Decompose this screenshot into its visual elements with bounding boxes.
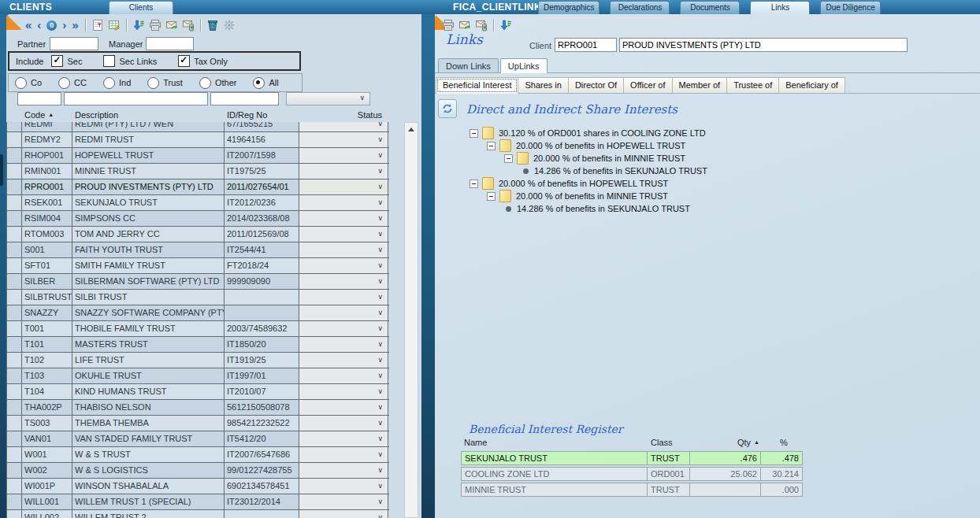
collapse-icon[interactable] xyxy=(487,192,496,201)
top-tab[interactable]: Declarations xyxy=(610,1,670,14)
row-selector-cell[interactable] xyxy=(6,164,22,179)
link-type-tab[interactable]: Beneficiary of xyxy=(778,77,845,93)
status-dropdown[interactable] xyxy=(299,179,388,194)
row-selector-cell[interactable] xyxy=(6,148,22,163)
link-type-tab[interactable]: Director Of xyxy=(568,77,624,93)
status-dropdown[interactable] xyxy=(299,122,388,131)
top-tab[interactable]: Documents xyxy=(680,1,740,14)
row-selector-cell[interactable] xyxy=(6,337,22,352)
row-selector-cell[interactable] xyxy=(6,353,22,368)
type-filter-option[interactable]: All xyxy=(253,77,278,89)
table-row[interactable]: T102 LIFE TRUST IT1919/25 xyxy=(6,353,389,368)
checkbox[interactable] xyxy=(103,55,115,67)
status-dropdown[interactable] xyxy=(299,337,388,352)
type-filter-option[interactable]: Ind xyxy=(103,77,131,89)
table-row[interactable]: WILL002 WILLEM TRUST 2 xyxy=(6,510,389,518)
filter-form-button[interactable] xyxy=(91,18,105,32)
row-selector-cell[interactable] xyxy=(6,384,22,399)
table-row[interactable]: T101 MASTERS TRUST IT1850/20 xyxy=(6,337,389,353)
table-row[interactable]: VAN01 VAN STADED FAMILY TRUST IT5412/20 xyxy=(6,431,389,447)
nav-next-button[interactable]: › xyxy=(61,18,68,32)
status-dropdown[interactable] xyxy=(299,416,388,431)
table-row[interactable]: REDMY2 REDMI TRUST 41964156 xyxy=(6,132,389,148)
row-selector-cell[interactable] xyxy=(6,132,22,147)
row-selector-cell[interactable] xyxy=(6,211,22,226)
table-row[interactable]: S001 FAITH YOUTH TRUST IT2544/41 xyxy=(6,242,389,258)
code-filter-input[interactable] xyxy=(17,92,61,105)
status-dropdown[interactable] xyxy=(299,258,388,273)
row-selector-cell[interactable] xyxy=(6,510,22,518)
idreg-filter-input[interactable] xyxy=(210,92,279,105)
type-filter-option[interactable]: CC xyxy=(58,77,87,89)
checkbox[interactable] xyxy=(178,55,190,67)
checkbox[interactable] xyxy=(51,55,63,67)
register-row[interactable]: COOLING ZONE LTD ORD001 25.062 30.214 xyxy=(461,467,805,481)
status-dropdown[interactable] xyxy=(299,290,388,305)
tree-node[interactable]: 20.000 % of benefits in MINNIE TRUST xyxy=(487,190,707,202)
row-selector-cell[interactable] xyxy=(6,494,22,509)
mail-receive-button[interactable] xyxy=(458,18,472,32)
type-filter-option[interactable]: Trust xyxy=(147,77,183,89)
table-row[interactable]: WI001P WINSON TSHABALALA 6902134578451 xyxy=(6,479,389,494)
include-option[interactable]: Tax Only xyxy=(178,55,228,67)
table-row[interactable]: W002 W & S LOGISTICS 99/01227428755 xyxy=(6,463,389,479)
status-dropdown[interactable] xyxy=(299,447,388,462)
nav-last-button[interactable]: » xyxy=(70,18,80,32)
tab-clients[interactable]: Clients xyxy=(109,1,173,14)
table-row[interactable]: SILBTRUST SILBI TRUST xyxy=(6,290,389,305)
table-row[interactable]: TS003 THEMBA THEMBA 9854212232522 xyxy=(6,416,389,431)
vertical-scrollbar[interactable] xyxy=(404,122,418,518)
table-row[interactable]: T104 KIND HUMANS TRUST IT2010/07 xyxy=(6,384,389,400)
table-row[interactable]: RHOP001 HOPEWELL TRUST IT2007/1598 xyxy=(6,148,389,164)
status-filter-dropdown[interactable] xyxy=(286,92,370,105)
register-header-name[interactable]: Name xyxy=(461,438,648,447)
table-row[interactable]: T103 OKUHLE TRUST IT1997/01 xyxy=(6,368,389,384)
manager-input[interactable] xyxy=(146,37,194,50)
status-dropdown[interactable] xyxy=(299,368,388,383)
sort-columns-button[interactable] xyxy=(499,18,513,32)
collapse-icon[interactable] xyxy=(487,142,496,150)
row-selector-cell[interactable] xyxy=(6,368,22,383)
row-selector-cell[interactable] xyxy=(6,447,22,462)
radio-button[interactable] xyxy=(199,77,211,89)
column-header-status[interactable]: Status xyxy=(299,110,388,120)
collapse-icon[interactable] xyxy=(470,179,478,188)
register-header-qty[interactable]: Qty▲ xyxy=(691,438,763,447)
link-type-tab[interactable]: Trustee of xyxy=(726,77,779,93)
row-selector-cell[interactable] xyxy=(6,274,22,289)
table-row[interactable]: RTOM003 TOM AND JERRY CC 2011/012569/08 xyxy=(6,227,389,242)
status-dropdown[interactable] xyxy=(299,227,388,242)
table-row[interactable]: SILBER SILBERMAN SOFTWARE (PTY) LTD 9999… xyxy=(6,274,389,290)
column-header-idreg[interactable]: ID/Reg No xyxy=(225,110,299,120)
status-dropdown[interactable] xyxy=(299,274,388,289)
top-tab[interactable]: Links xyxy=(750,1,810,14)
column-header-description[interactable]: Description xyxy=(72,110,225,120)
table-row[interactable]: W001 W & S TRUST IT2007/6547686 xyxy=(6,447,389,463)
mail-receive-button[interactable] xyxy=(165,18,179,32)
table-row[interactable]: THA002P THABISO NELSON 5612150508078 xyxy=(6,400,389,416)
include-option[interactable]: Sec xyxy=(51,55,82,67)
tree-node[interactable]: 20.000 % of benefits in HOPEWELL TRUST xyxy=(487,139,707,152)
status-dropdown[interactable] xyxy=(299,164,388,179)
tree-node[interactable]: 20.000 % of benefits in HOPEWELL TRUST xyxy=(470,177,707,190)
link-direction-tab[interactable]: Down Links xyxy=(438,58,499,72)
radio-button[interactable] xyxy=(147,77,159,89)
status-dropdown[interactable] xyxy=(299,463,388,478)
delete-button[interactable] xyxy=(206,18,220,32)
top-tab[interactable]: Due Diligence xyxy=(820,1,880,14)
record-info-icon[interactable]: 0 xyxy=(46,20,57,31)
status-dropdown[interactable] xyxy=(299,353,388,368)
status-dropdown[interactable] xyxy=(299,510,388,518)
mail-send-button[interactable] xyxy=(474,18,488,32)
row-selector-cell[interactable] xyxy=(6,305,22,320)
tree-node[interactable]: 20.000 % of benefits in MINNIE TRUST xyxy=(504,152,707,165)
sort-columns-button[interactable] xyxy=(132,18,146,32)
link-type-tab[interactable]: Shares in xyxy=(518,77,568,93)
radio-button[interactable] xyxy=(15,77,27,89)
collapse-icon[interactable] xyxy=(470,129,478,138)
link-type-tab[interactable]: Member of xyxy=(672,77,728,93)
status-dropdown[interactable] xyxy=(299,305,388,320)
link-direction-tab[interactable]: UpLinks xyxy=(500,58,548,73)
mail-send-button[interactable] xyxy=(181,18,195,32)
radio-button[interactable] xyxy=(253,77,265,89)
